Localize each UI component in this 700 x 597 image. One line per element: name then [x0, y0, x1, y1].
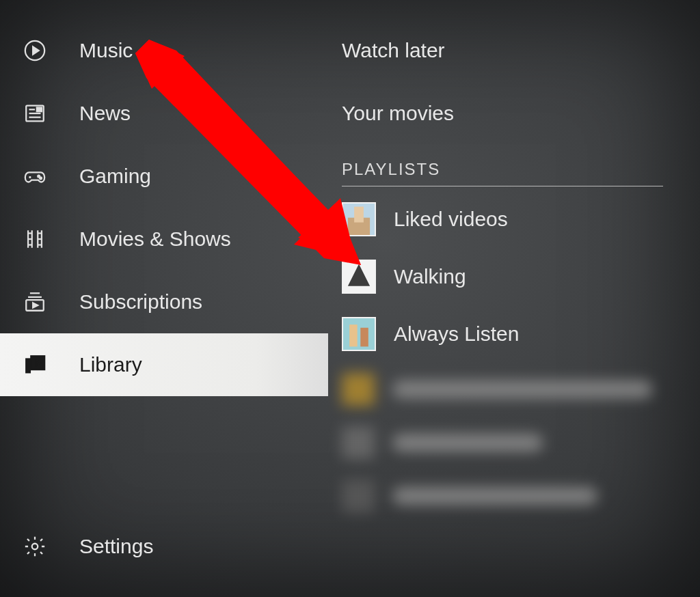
playlist-label: Always Listen: [394, 322, 519, 346]
sidebar: Music News Gaming: [0, 0, 328, 597]
playlist-thumbnail: [342, 260, 376, 294]
playlists-header: PLAYLISTS: [342, 160, 663, 186]
playlist-redacted: [342, 416, 693, 469]
playlist-redacted: [342, 363, 693, 416]
content-item-watch-later[interactable]: Watch later: [342, 19, 693, 82]
playlist-redacted: [342, 469, 693, 523]
svg-marker-1: [33, 46, 38, 54]
sidebar-item-gaming[interactable]: Gaming: [0, 145, 328, 208]
sidebar-item-settings[interactable]: Settings: [0, 515, 328, 578]
sidebar-item-label: Gaming: [79, 165, 151, 188]
sidebar-item-subscriptions[interactable]: Subscriptions: [0, 270, 328, 333]
content-item-your-movies[interactable]: Your movies: [342, 82, 693, 145]
playlist-walking[interactable]: Walking: [342, 248, 693, 305]
sidebar-item-news[interactable]: News: [0, 82, 328, 145]
music-icon: [23, 39, 57, 62]
subscriptions-icon: [23, 290, 57, 314]
sidebar-item-label: Movies & Shows: [79, 227, 231, 251]
playlist-label: Walking: [394, 265, 466, 288]
svg-rect-6: [37, 108, 42, 112]
svg-point-9: [38, 176, 40, 178]
sidebar-item-label: Settings: [79, 535, 153, 558]
svg-rect-36: [360, 328, 368, 347]
library-icon: [23, 353, 57, 376]
library-content: Watch later Your movies PLAYLISTS Liked …: [342, 19, 693, 523]
sidebar-gap: [0, 396, 328, 458]
playlist-thumbnail: [342, 202, 376, 236]
playlist-thumbnail: [342, 317, 376, 351]
news-icon: [23, 102, 57, 125]
sidebar-item-library[interactable]: Library: [0, 333, 328, 396]
sidebar-item-label: Library: [79, 353, 142, 376]
svg-rect-31: [354, 207, 364, 223]
film-icon: [23, 227, 57, 251]
sidebar-item-movies-shows[interactable]: Movies & Shows: [0, 208, 328, 270]
svg-marker-24: [33, 303, 38, 307]
content-item-label: Your movies: [342, 102, 454, 125]
gear-icon: [23, 535, 57, 558]
svg-point-28: [32, 544, 38, 550]
sidebar-item-label: News: [79, 102, 131, 125]
svg-rect-34: [343, 318, 375, 350]
playlist-always-listen[interactable]: Always Listen: [342, 305, 693, 363]
content-item-label: Watch later: [342, 39, 445, 62]
sidebar-item-label: Subscriptions: [79, 290, 202, 314]
svg-rect-35: [349, 324, 358, 346]
sidebar-item-label: Music: [79, 39, 133, 62]
sidebar-item-music[interactable]: Music: [0, 19, 328, 82]
svg-rect-25: [26, 359, 30, 373]
svg-point-10: [40, 177, 42, 179]
playlist-label: Liked videos: [394, 208, 508, 231]
playlist-liked-videos[interactable]: Liked videos: [342, 191, 693, 248]
gaming-icon: [23, 165, 57, 188]
